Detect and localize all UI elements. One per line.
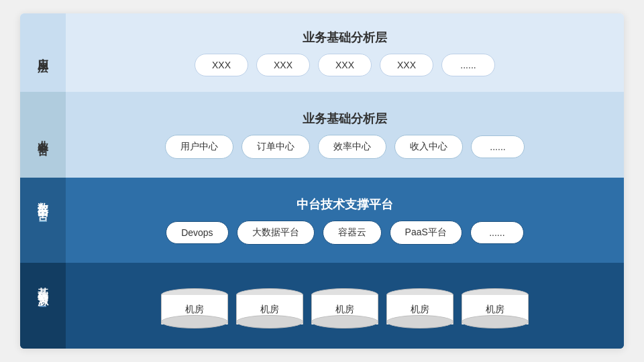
- data-layer-content: 中台技术支撑平台 Devops 大数据平台 容器云 PaaS平台 ......: [66, 178, 624, 263]
- infra-layer-row: 基础资源 机房 机房: [20, 263, 624, 349]
- app-layer-row: 应用层 业务基础分析层 XXX XXX XXX XXX ......: [20, 13, 624, 92]
- list-item: 收入中心: [394, 135, 463, 159]
- cylinder-item: 机房: [311, 288, 378, 328]
- app-layer-content: 业务基础分析层 XXX XXX XXX XXX ......: [66, 13, 624, 92]
- app-layer-cards: XXX XXX XXX XXX ......: [79, 54, 610, 76]
- list-item: 容器云: [323, 221, 382, 245]
- app-layer-title: 业务基础分析层: [303, 29, 387, 46]
- app-layer-label: 应用层: [20, 13, 66, 92]
- biz-layer-content: 业务基础分析层 用户中心 订单中心 效率中心 收入中心 ......: [66, 92, 624, 178]
- biz-layer-row: 业务中台 业务基础分析层 用户中心 订单中心 效率中心 收入中心 ......: [20, 92, 624, 178]
- list-item: XXX: [318, 54, 372, 76]
- list-item: 大数据平台: [237, 221, 315, 245]
- infra-layer-label: 基础资源: [20, 263, 66, 349]
- data-layer-label: 数据中台: [20, 178, 66, 263]
- list-item: PaaS平台: [390, 221, 462, 245]
- list-item: ......: [470, 221, 524, 244]
- list-item: ......: [471, 135, 525, 158]
- data-layer-row: 数据中台 中台技术支撑平台 Devops 大数据平台 容器云 PaaS平台 ..…: [20, 178, 624, 263]
- data-layer-title: 中台技术支撑平台: [297, 196, 393, 213]
- list-item: 用户中心: [165, 135, 233, 159]
- list-item: ......: [441, 54, 495, 76]
- cylinder-item: 机房: [386, 288, 453, 328]
- architecture-diagram: 应用层 业务基础分析层 XXX XXX XXX XXX ...... 业务中台 …: [20, 13, 624, 349]
- biz-layer-label: 业务中台: [20, 92, 66, 178]
- list-item: Devops: [166, 221, 228, 244]
- biz-layer-title: 业务基础分析层: [303, 111, 387, 127]
- cylinder-item: 机房: [462, 288, 529, 328]
- biz-layer-cards: 用户中心 订单中心 效率中心 收入中心 ......: [79, 135, 610, 159]
- list-item: 订单中心: [241, 135, 310, 159]
- cylinder-item: 机房: [161, 288, 228, 328]
- list-item: XXX: [256, 54, 310, 76]
- list-item: XXX: [195, 54, 248, 76]
- list-item: 效率中心: [318, 135, 386, 159]
- infra-layer-content: 机房 机房 机房 机房 机房: [66, 263, 624, 349]
- list-item: XXX: [380, 54, 433, 76]
- cylinder-item: 机房: [236, 288, 303, 328]
- data-layer-cards: Devops 大数据平台 容器云 PaaS平台 ......: [79, 221, 610, 245]
